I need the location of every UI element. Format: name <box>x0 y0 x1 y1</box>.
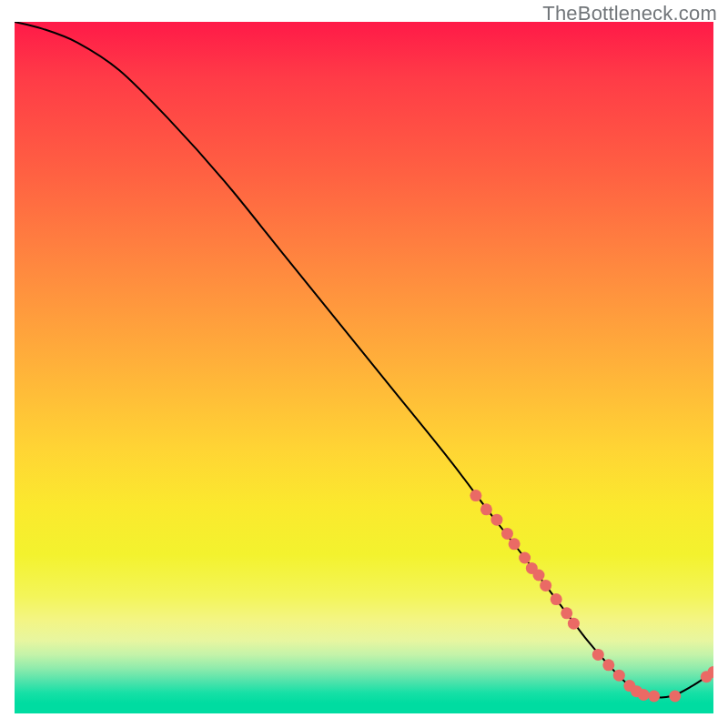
highlight-points <box>470 490 713 702</box>
data-curve <box>15 22 713 697</box>
highlight-point <box>568 618 580 630</box>
highlight-point <box>480 503 492 515</box>
highlight-point <box>669 691 681 703</box>
highlight-point <box>509 538 521 550</box>
highlight-point <box>638 689 650 701</box>
highlight-point <box>501 528 513 540</box>
highlight-point <box>519 552 531 564</box>
highlight-point <box>490 514 502 526</box>
watermark-text: TheBottleneck.com <box>542 2 717 25</box>
highlight-point <box>561 607 572 619</box>
highlight-point <box>613 670 625 682</box>
chart-container: TheBottleneck.com <box>0 0 728 728</box>
highlight-point <box>602 659 614 671</box>
highlight-point <box>470 490 481 501</box>
highlight-point <box>540 580 551 592</box>
highlight-point <box>533 570 545 581</box>
highlight-point <box>551 593 562 605</box>
highlight-point <box>592 649 604 661</box>
chart-overlay <box>15 22 713 713</box>
highlight-point <box>648 691 660 703</box>
